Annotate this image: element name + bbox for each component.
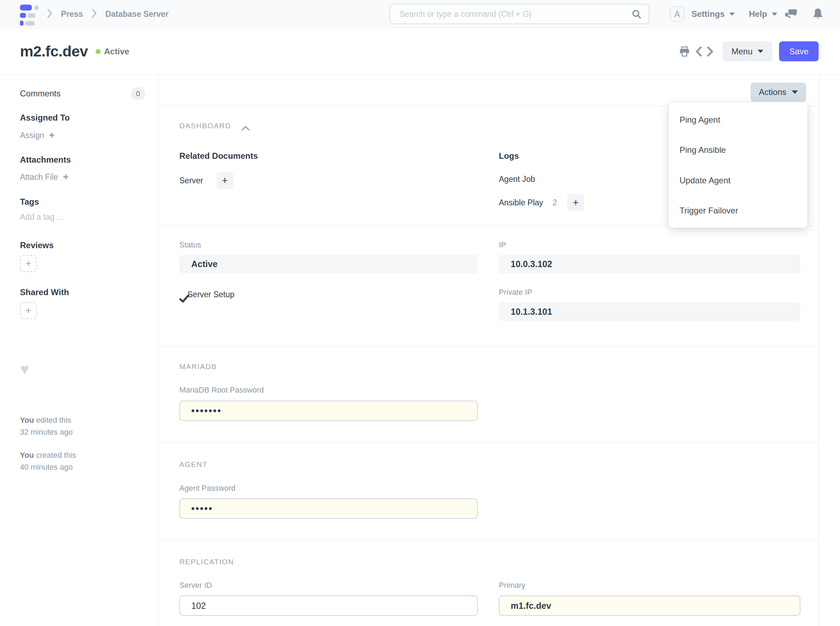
created-when: 40 minutes ago <box>20 461 76 473</box>
edited-who: You <box>20 416 34 424</box>
print-icon[interactable] <box>679 46 690 57</box>
status-field[interactable] <box>180 255 478 273</box>
private-ip-field[interactable] <box>499 302 800 321</box>
actions-dropdown: Ping Agent Ping Ansible Update Agent Tri… <box>669 103 807 228</box>
attach-file-label: Attach File <box>20 172 58 182</box>
prev-document-icon[interactable] <box>695 46 702 57</box>
navbar: Press Database Server A Settings Help <box>0 0 840 28</box>
sidebar-comments[interactable]: Comments 0 <box>20 87 145 100</box>
mariadb-section-label: MARIADB <box>180 362 217 371</box>
status-indicator-dot <box>96 49 100 54</box>
menu-item-ping-ansible[interactable]: Ping Ansible <box>669 135 807 165</box>
server-setup-checkbox[interactable]: Server Setup <box>180 288 234 300</box>
edited-action: edited this <box>34 416 71 424</box>
mariadb-section: MARIADB MariaDB Root Password <box>158 346 819 442</box>
replication-section-label: REPLICATION <box>180 558 234 566</box>
bell-icon[interactable] <box>813 8 823 20</box>
breadcrumb: Press Database Server <box>47 0 169 28</box>
attach-file-button[interactable]: Attach File + <box>20 172 68 183</box>
add-tag-input[interactable]: Add a tag ... <box>20 213 63 222</box>
agent-password-field[interactable] <box>180 498 478 519</box>
primary-label: Primary <box>499 581 525 590</box>
menu-item-update-agent[interactable]: Update Agent <box>669 166 807 196</box>
agent-password-label: Agent Password <box>180 484 236 493</box>
created-action: created this <box>34 451 76 460</box>
comments-count-badge: 0 <box>131 87 145 100</box>
mariadb-root-password-field[interactable] <box>180 401 478 421</box>
page-title: m2.fc.dev <box>20 43 88 60</box>
created-who: You <box>20 451 34 460</box>
agent-job-link[interactable]: Agent Job <box>499 175 535 184</box>
related-documents-heading: Related Documents <box>180 151 258 161</box>
share-button[interactable]: + <box>20 302 37 319</box>
ip-field-label: IP <box>499 241 506 250</box>
title-bar: m2.fc.dev Active Menu Save <box>0 28 840 75</box>
private-ip-field-label: Private IP <box>499 288 532 297</box>
chevron-down-icon <box>792 91 798 94</box>
dashboard-section-heading: DASHBOARD <box>180 122 241 130</box>
attachments-heading: Attachments <box>20 155 71 165</box>
primary-field[interactable] <box>499 596 800 616</box>
agent-job-row: Agent Job <box>499 174 535 185</box>
breadcrumb-press[interactable]: Press <box>61 9 83 19</box>
chat-icon[interactable] <box>785 9 797 20</box>
ansible-play-row: Ansible Play 2 + <box>499 194 584 211</box>
mariadb-root-password-label: MariaDB Root Password <box>180 385 264 395</box>
avatar[interactable]: A <box>670 6 684 22</box>
add-review-button[interactable]: + <box>20 255 37 272</box>
chevron-right-icon <box>91 9 97 19</box>
add-ansible-play-button[interactable]: + <box>567 194 584 211</box>
form-body: Actions Ping Agent Ping Ansible Update A… <box>158 75 819 626</box>
agent-section-label: AGENT <box>180 460 208 469</box>
server-setup-label: Server Setup <box>187 290 234 299</box>
agent-section: AGENT Agent Password <box>158 442 819 541</box>
menu-button[interactable]: Menu <box>722 41 772 61</box>
status-badge: Active <box>104 47 129 56</box>
help-label: Help <box>749 9 767 19</box>
save-button[interactable]: Save <box>779 41 819 61</box>
replication-section: REPLICATION Server ID Primary <box>158 541 819 626</box>
page: Press Database Server A Settings Help <box>0 0 840 626</box>
search-input[interactable] <box>390 9 631 19</box>
settings-label: Settings <box>692 9 725 19</box>
app-logo-icon[interactable] <box>20 5 40 23</box>
server-id-label: Server ID <box>180 581 212 590</box>
menu-button-label: Menu <box>731 47 753 56</box>
tags-heading: Tags <box>20 197 39 207</box>
global-search <box>390 4 650 24</box>
dashboard-section-label: DASHBOARD <box>180 122 231 130</box>
next-document-icon[interactable] <box>707 46 714 57</box>
ansible-play-count: 2 <box>553 198 557 208</box>
ip-field[interactable] <box>499 255 800 273</box>
plus-icon: + <box>63 172 69 183</box>
chevron-down-icon <box>758 50 763 53</box>
edited-note: You edited this 32 minutes ago <box>20 414 72 438</box>
menu-item-ping-agent[interactable]: Ping Agent <box>669 105 807 135</box>
sidebar: Comments 0 Assigned To Assign + Attachme… <box>0 75 158 626</box>
shared-with-heading: Shared With <box>20 287 69 297</box>
search-icon[interactable] <box>631 9 642 19</box>
plus-icon: + <box>49 130 55 141</box>
settings-menu[interactable]: Settings <box>692 0 735 28</box>
ansible-play-link[interactable]: Ansible Play <box>499 198 543 208</box>
menu-item-trigger-failover[interactable]: Trigger Failover <box>669 196 807 226</box>
actions-button[interactable]: Actions <box>751 83 806 102</box>
chevron-right-icon <box>47 9 53 19</box>
actions-row: Actions <box>158 75 819 106</box>
server-id-field[interactable] <box>180 596 478 616</box>
chevron-down-icon <box>772 13 777 16</box>
chevron-down-icon <box>729 13 735 16</box>
assigned-to-heading: Assigned To <box>20 113 70 123</box>
assign-label: Assign <box>20 131 44 140</box>
breadcrumb-database-server[interactable]: Database Server <box>105 9 169 19</box>
status-field-label: Status <box>180 241 201 250</box>
status-section: Status Server Setup IP Private IP <box>158 226 819 346</box>
assign-button[interactable]: Assign + <box>20 130 55 141</box>
related-server-row: Server + <box>180 172 233 189</box>
like-heart-icon[interactable]: ♥ <box>20 362 29 377</box>
add-server-button[interactable]: + <box>217 172 233 189</box>
edited-when: 32 minutes ago <box>20 426 72 438</box>
created-note: You created this 40 minutes ago <box>20 449 76 473</box>
help-menu[interactable]: Help <box>749 0 777 28</box>
server-link[interactable]: Server <box>180 176 203 185</box>
